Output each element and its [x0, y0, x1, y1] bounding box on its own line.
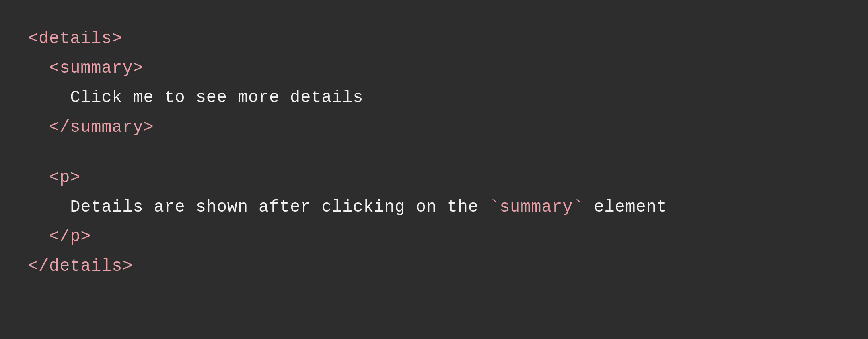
code-line-2: <summary>: [28, 54, 667, 84]
tag-summary-open: <summary>: [28, 54, 144, 84]
p-content-text-after: element: [583, 193, 667, 223]
code-line-5: <p>: [28, 163, 667, 193]
blank-line-1: [28, 142, 667, 163]
tag-p-close: </p>: [28, 222, 91, 252]
tag-p-open: <p>: [28, 163, 80, 193]
code-line-7: </p>: [28, 222, 667, 252]
p-content-summary-backtick: `summary`: [489, 193, 583, 223]
code-display: <details> <summary> Click me to see more…: [28, 24, 667, 281]
code-line-3: Click me to see more details: [28, 83, 667, 113]
p-content-text-before: Details are shown after clicking on the: [28, 193, 489, 223]
tag-details-close: </details>: [28, 252, 133, 282]
code-line-8: </details>: [28, 252, 667, 282]
code-line-4: </summary>: [28, 113, 667, 143]
code-line-6: Details are shown after clicking on the …: [28, 193, 667, 223]
tag-details-open: <details>: [28, 24, 122, 54]
code-line-1: <details>: [28, 24, 667, 54]
tag-summary-close: </summary>: [28, 113, 154, 143]
summary-content-text: Click me to see more details: [28, 83, 363, 113]
